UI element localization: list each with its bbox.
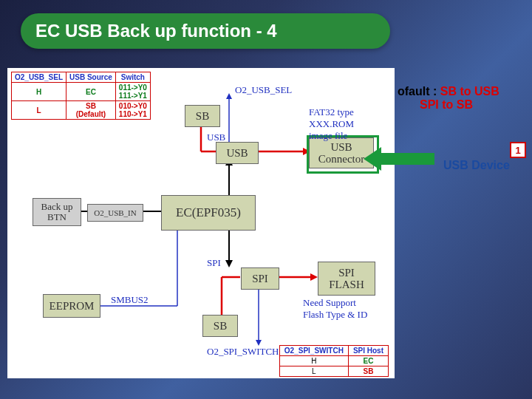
label-smbus2: SMBUS2 <box>111 294 149 306</box>
title-bar: EC USB Back up function - 4 <box>21 13 390 49</box>
svg-marker-22 <box>364 147 434 171</box>
label-o2-usb-sel: O2_USB_SEL <box>235 84 292 96</box>
box-sb-bot: SB <box>202 315 238 337</box>
page-title: EC USB Back up function - 4 <box>35 21 277 41</box>
label-usb-vert: USB <box>207 132 225 143</box>
usb-sel-table: O2_USB_SEL USB Source Switch H EC 011->Y… <box>11 72 151 120</box>
usb-device-arrow <box>364 146 434 172</box>
step-badge-1: 1 <box>510 142 526 158</box>
box-spi: SPI <box>241 267 279 290</box>
svg-marker-8 <box>226 93 232 99</box>
label-spi-vert: SPI <box>207 257 221 269</box>
box-backup-btn: Back up BTN <box>33 198 81 226</box>
box-usb: USB <box>216 142 259 164</box>
label-need-support: Need Support Flash Type & ID <box>303 297 367 321</box>
default-note: ofault : SB to USB SPI to SB <box>398 85 499 112</box>
box-o2-usb-in: O2_USB_IN <box>87 204 143 222</box>
svg-marker-13 <box>256 340 262 346</box>
spi-switch-table: O2_SPI_SWITCH SPI Host HEC LSB <box>279 345 389 377</box>
block-diagram: O2_USB_SEL USB Source Switch H EC 011->Y… <box>7 68 395 378</box>
box-sb-top: SB <box>185 105 220 127</box>
label-fat32: FAT32 type XXX.ROM image file <box>309 106 354 142</box>
box-eeprom: EEPROM <box>43 294 100 318</box>
svg-marker-21 <box>310 273 318 281</box>
box-spi-flash: SPI FLASH <box>318 262 375 296</box>
label-o2-spi-switch: O2_SPI_SWITCH <box>207 346 279 358</box>
box-ec: EC(EPF035) <box>161 195 256 231</box>
svg-marker-6 <box>225 260 233 267</box>
usb-device-label: USB Device <box>443 159 510 172</box>
